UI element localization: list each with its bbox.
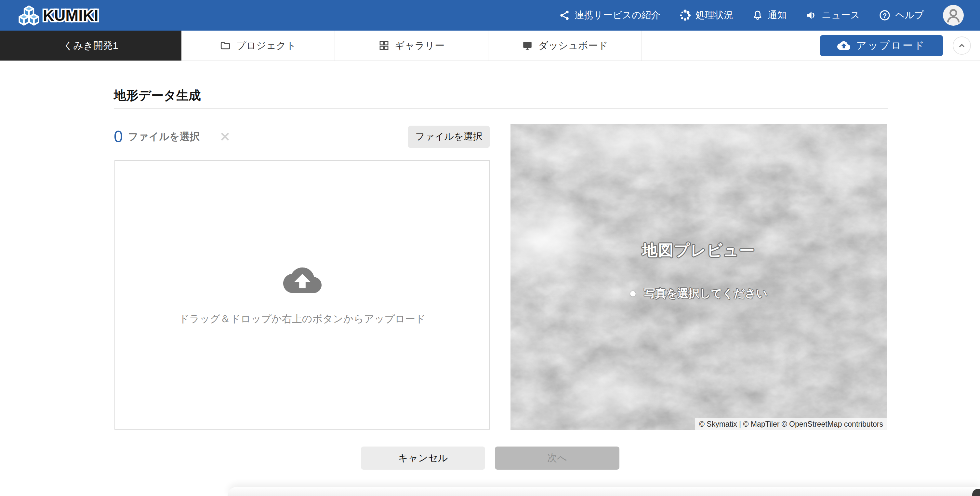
map-subtitle-row: 写真を選択してください — [630, 286, 768, 301]
next-button: 次へ — [495, 447, 619, 470]
topbar: KUMIKI 連携サービスの紹介 — [0, 0, 980, 30]
selected-file-count: 0 — [114, 127, 123, 146]
nav-label: ヘルプ — [895, 9, 924, 22]
bullet-icon — [630, 291, 636, 297]
grid-icon — [379, 40, 390, 51]
nav-item-partner-services[interactable]: 連携サービスの紹介 — [559, 9, 660, 22]
map-preview-title: 地図プレビュー — [642, 240, 755, 261]
nav-item-news[interactable]: ニュース — [805, 9, 860, 22]
speaker-icon — [805, 10, 817, 21]
file-dropzone[interactable]: ドラッグ＆ドロップか右上のボタンからアップロード — [115, 160, 490, 430]
map-preview-subtitle: 写真を選択してください — [644, 286, 768, 301]
map-preview[interactable]: 地図プレビュー 写真を選択してください © Skymatix | © MapTi… — [511, 124, 887, 430]
tab-label: ギャラリー — [395, 39, 444, 53]
logo-text: KUMIKI — [43, 7, 99, 24]
map-attribution[interactable]: © Skymatix | © MapTiler © OpenStreetMap … — [695, 418, 887, 430]
tab-label: くみき開発1 — [64, 39, 118, 53]
nav-item-processing-status[interactable]: 処理状況 — [679, 9, 733, 22]
cancel-button[interactable]: キャンセル — [361, 447, 485, 470]
spinner-icon — [679, 10, 691, 21]
app-window: KUMIKI 連携サービスの紹介 — [0, 0, 980, 496]
select-file-button[interactable]: ファイルを選択 — [408, 126, 490, 148]
clear-selection-icon[interactable] — [219, 131, 231, 142]
kumiki-logo-text: KUMIKI — [41, 4, 123, 27]
tab-label: ダッシュボード — [538, 39, 608, 53]
file-select-row: 0 ファイルを選択 ファイルを選択 — [114, 125, 490, 148]
help-icon: ? — [879, 10, 891, 21]
kumiki-cubes-icon — [17, 3, 41, 27]
nav-item-help[interactable]: ? ヘルプ — [879, 9, 924, 22]
tab-label: プロジェクト — [236, 39, 296, 53]
nav-label: ニュース — [822, 9, 860, 22]
topbar-nav: 連携サービスの紹介 処理状況 — [559, 5, 964, 26]
tab-gallery[interactable]: ギャラリー — [335, 30, 488, 61]
upload-cloud-icon — [283, 264, 321, 297]
file-select-label: ファイルを選択 — [128, 130, 200, 144]
tabbar: くみき開発1 プロジェクト ギャラリー — [0, 30, 980, 61]
page-title: 地形データ生成 — [114, 87, 201, 104]
nav-label: 通知 — [768, 9, 786, 22]
collapse-panel-button[interactable] — [953, 37, 971, 55]
tab-kumiki-dev1[interactable]: くみき開発1 — [0, 30, 181, 61]
share-icon — [559, 10, 570, 21]
dropzone-hint: ドラッグ＆ドロップか右上のボタンからアップロード — [179, 312, 426, 326]
tabbar-actions: アップロード — [820, 30, 980, 61]
user-avatar[interactable] — [943, 5, 964, 26]
upload-button-label: アップロード — [856, 39, 926, 53]
nav-item-notifications[interactable]: 通知 — [752, 9, 786, 22]
nav-label: 処理状況 — [695, 9, 733, 22]
upload-button[interactable]: アップロード — [820, 35, 943, 56]
monitor-icon — [522, 40, 533, 51]
tab-dashboard[interactable]: ダッシュボード — [488, 30, 642, 61]
chevron-up-icon — [957, 41, 967, 51]
folder-icon — [220, 40, 231, 51]
map-overlay: 地図プレビュー 写真を選択してください — [511, 124, 887, 430]
nav-label: 連携サービスの紹介 — [574, 9, 660, 22]
kumiki-logo[interactable]: KUMIKI — [17, 3, 123, 27]
person-icon — [945, 7, 962, 24]
cloud-upload-icon — [837, 39, 850, 52]
bell-icon — [752, 10, 763, 21]
title-divider — [114, 108, 888, 109]
tab-projects[interactable]: プロジェクト — [181, 30, 335, 61]
svg-text:?: ? — [883, 12, 887, 19]
bottom-sheet-edge — [228, 487, 980, 496]
